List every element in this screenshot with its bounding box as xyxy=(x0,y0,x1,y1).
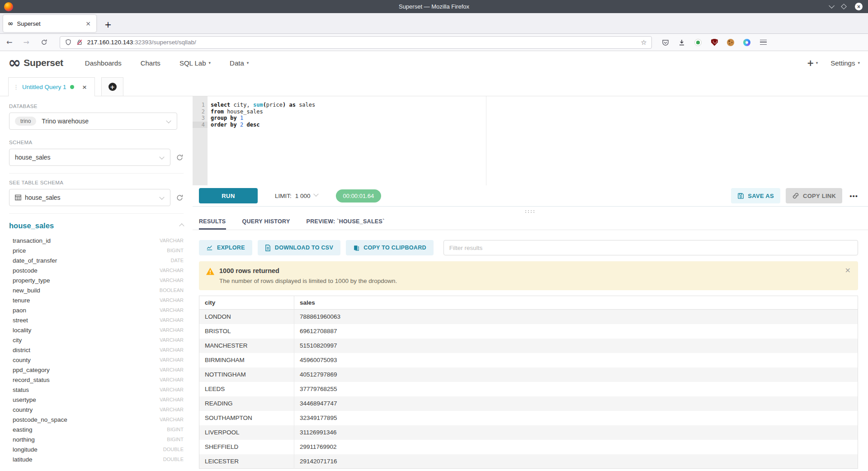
save-as-button[interactable]: SAVE AS xyxy=(731,188,780,203)
limit-dropdown[interactable]: LIMIT: 1 000 xyxy=(275,193,318,199)
privacy-badger-icon[interactable] xyxy=(694,38,702,46)
url-text[interactable]: 217.160.120.143:32393/superset/sqllab/ xyxy=(87,39,637,46)
forward-icon[interactable]: → xyxy=(23,39,29,46)
superset-logo[interactable]: ∞ Superset xyxy=(8,57,63,69)
minimize-icon[interactable] xyxy=(829,3,835,9)
menu-hamburger-icon[interactable] xyxy=(760,38,767,46)
cell-city: BIRMINGHAM xyxy=(199,353,294,367)
explore-button[interactable]: EXPLORE xyxy=(199,240,252,255)
column-type: VARCHAR xyxy=(160,407,184,412)
column-header-city[interactable]: city xyxy=(199,296,294,310)
pocket-icon[interactable] xyxy=(662,38,670,46)
alert-body: The number of rows displayed is limited … xyxy=(219,278,397,284)
column-name: northing xyxy=(13,436,35,443)
tracking-shield-icon[interactable] xyxy=(65,38,72,46)
tab-preview[interactable]: PREVIEW: `HOUSE_SALES` xyxy=(307,216,385,230)
tab-results[interactable]: RESULTS xyxy=(199,216,226,230)
chevron-down-icon xyxy=(166,118,171,123)
cookie-extension-icon[interactable] xyxy=(727,38,735,46)
back-icon[interactable]: ← xyxy=(6,39,12,46)
cell-city: READING xyxy=(199,396,294,411)
cell-city: LEICESTER xyxy=(199,454,294,469)
add-new-button[interactable]: +▾ xyxy=(807,58,818,68)
table-row: LONDON788861960063 xyxy=(199,310,858,324)
drag-handle-icon[interactable]: ⋮ xyxy=(13,84,19,90)
filter-results-input[interactable] xyxy=(443,240,858,255)
superset-favicon: ∞ xyxy=(8,20,14,27)
maximize-icon[interactable] xyxy=(841,4,847,9)
column-row: priceBIGINT xyxy=(9,245,184,255)
database-engine-badge: trino xyxy=(15,117,36,126)
url-host: 217.160.120.143 xyxy=(87,39,133,46)
copy-link-button[interactable]: COPY LINK xyxy=(786,188,842,203)
collapse-chevron-icon[interactable] xyxy=(179,223,184,228)
code-area[interactable]: select city, sum(price) as salesfrom hou… xyxy=(208,96,868,185)
query-tab-title: Untitled Query 1 xyxy=(22,84,66,90)
results-toolbar: EXPLORE DOWNLOAD TO CSV COPY TO CLIPBOAR… xyxy=(199,240,858,255)
table-row: SHEFFIELD29911769902 xyxy=(199,440,858,454)
column-row: districtVARCHAR xyxy=(9,345,184,355)
schema-select[interactable]: house_sales xyxy=(9,149,170,166)
nav-item-dashboards[interactable]: Dashboards xyxy=(85,59,122,67)
rows-returned-alert: 1000 rows returned The number of rows di… xyxy=(199,261,858,290)
alert-close-icon[interactable]: × xyxy=(845,266,851,274)
refresh-schemas-icon[interactable] xyxy=(176,154,184,161)
run-button[interactable]: RUN xyxy=(199,188,258,203)
column-name: district xyxy=(13,347,30,353)
column-name: street xyxy=(13,317,28,324)
sql-editor[interactable]: 1234 select city, sum(price) as salesfro… xyxy=(193,96,868,185)
new-tab-button[interactable]: + xyxy=(104,20,112,29)
nav-item-data[interactable]: Data▾ xyxy=(230,59,249,67)
schema-select-value: house_sales xyxy=(15,154,51,161)
column-row: localityVARCHAR xyxy=(9,325,184,335)
nav-item-sql-lab[interactable]: SQL Lab▾ xyxy=(179,59,211,67)
bookmark-star-icon[interactable]: ☆ xyxy=(641,38,646,47)
column-type: VARCHAR xyxy=(160,268,184,273)
pane-drag-grip[interactable] xyxy=(524,210,536,213)
query-tab[interactable]: ⋮ Untitled Query 1 × xyxy=(8,77,95,96)
save-icon xyxy=(737,193,744,199)
downloads-icon[interactable] xyxy=(678,38,686,46)
cell-sales: 34468947747 xyxy=(294,396,858,411)
column-type: VARCHAR xyxy=(160,278,184,283)
url-bar[interactable]: 217.160.120.143:32393/superset/sqllab/ ☆ xyxy=(60,36,652,49)
results-table-wrap: city sales LONDON788861960063BRISTOL6961… xyxy=(199,296,858,469)
column-row: latitudeDOUBLE xyxy=(9,454,184,464)
brand-name: Superset xyxy=(24,57,63,68)
add-query-tab[interactable]: + xyxy=(101,77,123,96)
insecure-lock-icon[interactable] xyxy=(76,38,84,46)
refresh-tables-icon[interactable] xyxy=(176,194,184,202)
browser-tab[interactable]: ∞ Superset × xyxy=(3,15,96,32)
chevron-down-icon: ▾ xyxy=(816,61,818,65)
query-tab-close-icon[interactable]: × xyxy=(82,84,87,90)
more-menu-button[interactable]: ••• xyxy=(849,192,858,200)
table-name-heading: house_sales xyxy=(9,221,54,230)
cell-sales: 45960075093 xyxy=(294,353,858,367)
ublock-icon[interactable] xyxy=(711,38,718,46)
table-select[interactable]: house_sales xyxy=(9,189,170,206)
reload-icon[interactable] xyxy=(40,38,48,46)
column-header-sales[interactable]: sales xyxy=(294,296,858,310)
nav-item-charts[interactable]: Charts xyxy=(141,59,160,67)
copy-clipboard-button[interactable]: COPY TO CLIPBOARD xyxy=(346,240,434,255)
download-csv-button[interactable]: DOWNLOAD TO CSV xyxy=(258,240,340,255)
settings-menu[interactable]: Settings▾ xyxy=(830,59,860,67)
results-tabbar: RESULTS QUERY HISTORY PREVIEW: `HOUSE_SA… xyxy=(193,216,868,230)
browser-tab-title: Superset xyxy=(17,20,81,27)
chevron-down-icon xyxy=(159,155,164,160)
tab-close-icon[interactable]: × xyxy=(85,20,92,27)
code-line: select city, sum(price) as sales xyxy=(211,102,868,108)
column-name: usertype xyxy=(13,396,36,403)
cell-sales: 51510820997 xyxy=(294,339,858,353)
extension-pinwheel-icon[interactable] xyxy=(743,38,751,46)
column-row: postcodeVARCHAR xyxy=(9,265,184,275)
infinity-logo-icon: ∞ xyxy=(8,57,20,69)
column-type: DATE xyxy=(170,258,184,263)
column-type: BOOLEAN xyxy=(160,287,184,293)
tab-query-history[interactable]: QUERY HISTORY xyxy=(242,216,290,230)
window-close-icon[interactable]: × xyxy=(855,3,863,10)
column-type: VARCHAR xyxy=(160,417,184,422)
table-row: NOTTINGHAM40512797869 xyxy=(199,367,858,382)
column-name: longitude xyxy=(13,446,38,453)
database-select[interactable]: trino Trino warehouse xyxy=(9,113,177,130)
